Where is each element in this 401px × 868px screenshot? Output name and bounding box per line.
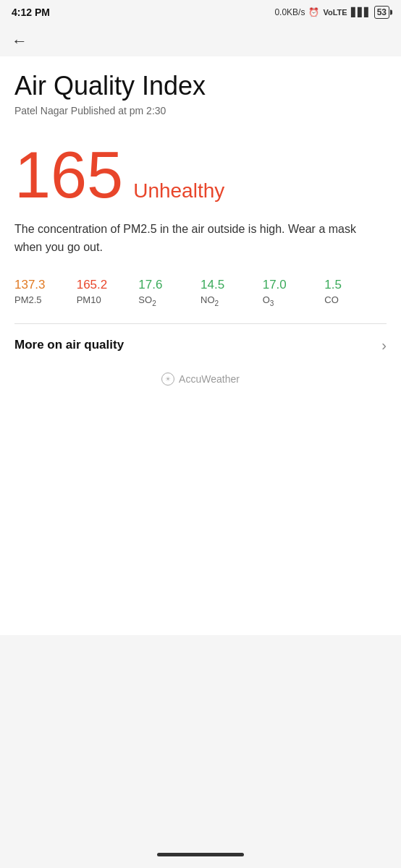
aqi-description: The concentration of PM2.5 in the air ou… [14, 221, 387, 257]
top-nav: ← [0, 23, 401, 56]
pollutant-pm25: 137.3 PM2.5 [14, 277, 77, 307]
so2-label: SO2 [138, 294, 156, 307]
pollutant-no2: 14.5 NO2 [200, 277, 263, 307]
pm10-value: 165.2 [77, 277, 108, 293]
accuweather-branding: ☀ AccuWeather [14, 367, 387, 400]
main-content: Air Quality Index Patel Nagar Published … [0, 56, 401, 635]
accuweather-name: AccuWeather [179, 373, 240, 385]
pollutant-pm10: 165.2 PM10 [77, 277, 139, 307]
o3-value: 17.0 [263, 277, 287, 293]
back-button[interactable]: ← [12, 32, 28, 51]
network-speed: 0.0KB/s [274, 7, 305, 17]
more-air-quality-label: More on air quality [14, 338, 124, 352]
subtitle: Patel Nagar Published at pm 2:30 [14, 105, 387, 116]
battery-indicator: 53 [374, 6, 389, 19]
aqi-row: 165 Unhealthy [14, 142, 387, 208]
time: 4:12 PM [12, 7, 50, 18]
aqi-value: 165 [14, 142, 123, 208]
co-value: 1.5 [324, 277, 342, 293]
home-indicator [157, 853, 244, 856]
no2-value: 14.5 [200, 277, 224, 293]
pollutant-co: 1.5 CO [324, 277, 387, 307]
o3-label: O3 [263, 294, 274, 307]
volte-icon: VoLTE [323, 8, 347, 17]
chevron-right-icon: › [381, 337, 387, 354]
no2-label: NO2 [200, 294, 219, 307]
accuweather-icon: ☀ [161, 373, 174, 386]
pm10-label: PM10 [77, 294, 101, 305]
status-bar: 4:12 PM 0.0KB/s ⏰ VoLTE ▋▋▋ 53 [0, 0, 401, 23]
pollutants-row: 137.3 PM2.5 165.2 PM10 17.6 SO2 14.5 NO2… [14, 277, 387, 307]
pm25-label: PM2.5 [14, 294, 42, 305]
page-title: Air Quality Index [14, 71, 387, 101]
status-right: 0.0KB/s ⏰ VoLTE ▋▋▋ 53 [274, 6, 389, 19]
pollutant-so2: 17.6 SO2 [138, 277, 200, 307]
pollutant-o3: 17.0 O3 [263, 277, 325, 307]
alarm-icon: ⏰ [308, 7, 319, 17]
aqi-status: Unhealthy [133, 179, 224, 203]
pm25-value: 137.3 [14, 277, 46, 293]
co-label: CO [324, 294, 339, 305]
so2-value: 17.6 [138, 277, 162, 293]
more-air-quality-row[interactable]: More on air quality › [14, 324, 387, 367]
signal-icon: ▋▋▋ [351, 7, 371, 17]
